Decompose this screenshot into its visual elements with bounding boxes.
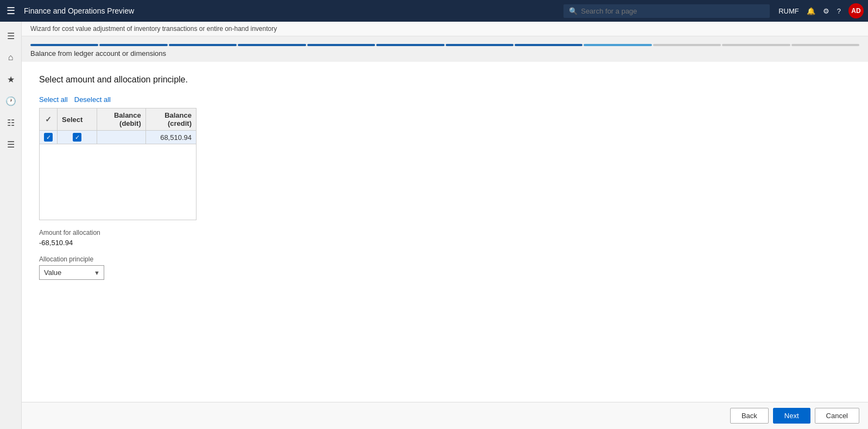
help-icon[interactable]: ? xyxy=(837,7,841,15)
row-debit-cell xyxy=(97,131,145,144)
topbar: ☰ Finance and Operations Preview 🔍 RUMF … xyxy=(0,0,868,22)
content-area: Wizard for cost value adjustment of inve… xyxy=(22,22,868,429)
step-7 xyxy=(446,44,514,46)
sidebar: ☰ ⌂ ★ 🕐 ☷ ☰ xyxy=(0,22,22,429)
user-label: RUMF xyxy=(778,7,799,15)
step-4 xyxy=(238,44,306,46)
step-10 xyxy=(653,44,721,46)
empty-row xyxy=(40,144,197,220)
table-row: 68,510.94 xyxy=(40,131,197,144)
step-9 xyxy=(584,44,651,46)
search-icon: 🔍 xyxy=(569,7,578,15)
sidebar-item-workspaces[interactable]: ☷ xyxy=(1,113,21,132)
page-content: Select amount and allocation principle. … xyxy=(22,62,868,402)
select-all-link[interactable]: Select all xyxy=(39,95,68,104)
next-button[interactable]: Next xyxy=(773,408,810,424)
sidebar-item-modules[interactable]: ☰ xyxy=(1,135,21,154)
allocation-dropdown-wrapper: Value Quantity Weight Volume ▼ xyxy=(39,265,104,280)
step-6 xyxy=(376,44,444,46)
search-input[interactable] xyxy=(563,4,770,18)
breadcrumb: Wizard for cost value adjustment of inve… xyxy=(22,22,868,36)
sidebar-item-home[interactable]: ⌂ xyxy=(1,48,21,67)
deselect-all-link[interactable]: Deselect all xyxy=(74,95,111,104)
page-heading: Select amount and allocation principle. xyxy=(39,75,851,85)
row-credit-cell: 68,510.94 xyxy=(145,131,196,144)
amount-value: -68,510.94 xyxy=(39,239,851,247)
col-header-credit: Balance (credit) xyxy=(145,108,196,131)
row-checkbox[interactable] xyxy=(44,133,53,142)
app-title: Finance and Operations Preview xyxy=(24,7,563,15)
settings-icon[interactable]: ⚙ xyxy=(823,7,829,15)
cancel-button[interactable]: Cancel xyxy=(815,408,859,424)
main-layout: ☰ ⌂ ★ 🕐 ☷ ☰ Wizard for cost value adjust… xyxy=(0,22,868,429)
step-5 xyxy=(307,44,375,46)
header-check-icon: ✓ xyxy=(44,115,53,124)
col-header-debit: Balance (debit) xyxy=(97,108,145,131)
allocation-dropdown[interactable]: Value Quantity Weight Volume xyxy=(39,265,104,280)
notification-icon[interactable]: 🔔 xyxy=(807,7,815,15)
data-table: ✓ Select Balance (debit) Balance (credit… xyxy=(39,108,197,220)
steps-label: Balance from ledger account or dimension… xyxy=(30,49,859,57)
steps-bar: Balance from ledger account or dimension… xyxy=(22,36,868,62)
row-select-checkbox[interactable] xyxy=(73,133,81,142)
col-header-check: ✓ xyxy=(40,108,58,131)
menu-icon[interactable]: ☰ xyxy=(4,5,17,17)
step-12 xyxy=(791,44,859,46)
col-header-select: Select xyxy=(58,108,97,131)
amount-label: Amount for allocation xyxy=(39,229,851,236)
step-8 xyxy=(515,44,582,46)
footer: Back Next Cancel xyxy=(22,402,868,429)
row-check-cell[interactable] xyxy=(40,131,58,144)
avatar[interactable]: AD xyxy=(848,3,864,18)
step-11 xyxy=(722,44,790,46)
amount-section: Amount for allocation -68,510.94 xyxy=(39,229,851,247)
allocation-label: Allocation principle xyxy=(39,255,851,263)
step-3 xyxy=(169,44,237,46)
step-2 xyxy=(99,44,167,46)
row-select-cell[interactable] xyxy=(58,131,97,144)
table-container: ✓ Select Balance (debit) Balance (credit… xyxy=(39,108,851,220)
sidebar-item-recent[interactable]: 🕐 xyxy=(1,91,21,111)
sidebar-item-menu[interactable]: ☰ xyxy=(1,26,21,46)
back-button[interactable]: Back xyxy=(730,408,769,424)
allocation-section: Allocation principle Value Quantity Weig… xyxy=(39,255,851,280)
search-wrapper: 🔍 xyxy=(563,4,770,18)
select-links: Select all Deselect all xyxy=(39,95,851,104)
step-1 xyxy=(30,44,98,46)
steps-track xyxy=(30,44,859,46)
sidebar-item-favorites[interactable]: ★ xyxy=(1,69,21,89)
topbar-right: RUMF 🔔 ⚙ ? AD xyxy=(778,3,864,18)
